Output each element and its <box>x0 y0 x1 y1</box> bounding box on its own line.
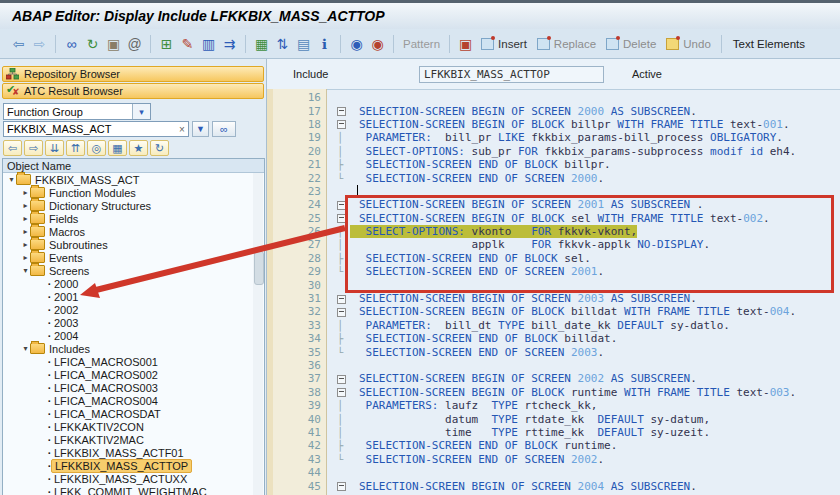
atc-result-browser-bar[interactable]: ✔✘ ATC Result Browser <box>2 83 264 99</box>
fold-marker-icon[interactable] <box>331 387 359 398</box>
undo-button[interactable]: Undo <box>666 38 711 50</box>
tree-item-lfkkaktiv2con[interactable]: ·LFKKAKTIV2CON <box>3 420 264 433</box>
tree-expand-icon[interactable]: ▾ <box>21 266 30 275</box>
display-change-icon[interactable]: ∞ <box>62 34 81 53</box>
code-area[interactable]: 1617SELECTION-SCREEN BEGIN OF SCREEN 200… <box>267 89 840 495</box>
tree-item-lfkk-commit-weightmac[interactable]: ·LFKK_COMMIT_WEIGHTMAC <box>3 485 264 495</box>
fold-box-icon[interactable] <box>337 388 346 397</box>
fold-box-icon[interactable] <box>337 482 346 491</box>
line-number[interactable]: 43 <box>267 453 331 466</box>
code-line-31[interactable]: 31SELECTION-SCREEN BEGIN OF SCREEN 2003 … <box>267 292 840 305</box>
pattern-button[interactable]: Pattern <box>403 38 440 50</box>
tree-expand-icon[interactable]: ▾ <box>7 175 16 184</box>
tree-item-subroutines[interactable]: ▸Subroutines <box>3 238 264 251</box>
code-line-41[interactable]: 41│ time TYPE rttime_kk DEFAULT sy-uzeit… <box>267 426 840 439</box>
tree-expand-icon[interactable]: ▸ <box>21 253 30 262</box>
code-line-38[interactable]: 38SELECTION-SCREEN BEGIN OF BLOCK runtim… <box>267 386 840 399</box>
code-line-43[interactable]: 43└ SELECTION-SCREEN END OF SCREEN 2002. <box>267 453 840 466</box>
forward-icon[interactable]: ⇨ <box>30 34 49 53</box>
object-type-select[interactable]: Function Group ▾ <box>3 103 151 120</box>
fold-box-icon[interactable] <box>337 201 346 210</box>
code-line-39[interactable]: 39│ PARAMETERS: laufz TYPE rtcheck_kk, <box>267 399 840 412</box>
code-line-36[interactable]: 36 <box>267 359 840 372</box>
copy-icon[interactable]: ▣ <box>104 34 123 53</box>
where-used-icon[interactable]: ⊞ <box>157 34 176 53</box>
navigate-icon[interactable]: ⇉ <box>220 34 239 53</box>
line-number[interactable]: 34 <box>267 332 331 345</box>
chevron-down-icon[interactable]: ▾ <box>132 104 150 119</box>
code-line-19[interactable]: 19│ PARAMETER: bill_pr LIKE fkkbix_param… <box>267 131 840 144</box>
code-line-20[interactable]: 20│ SELECT-OPTIONS: sub_pr FOR fkkbix_pa… <box>267 145 840 158</box>
tree-item-includes[interactable]: ▾Includes <box>3 342 264 355</box>
modify-screen-icon[interactable]: ▣ <box>456 34 475 53</box>
repository-browser-bar[interactable]: Repository Browser <box>2 66 264 82</box>
line-number[interactable]: 44 <box>267 466 331 479</box>
tree-item-lfica-macros001[interactable]: ·LFICA_MACROS001 <box>3 355 264 368</box>
line-number[interactable]: 45 <box>267 480 331 493</box>
table-view-icon[interactable]: ▤ <box>294 34 313 53</box>
fold-box-icon[interactable] <box>337 214 346 223</box>
refresh-icon[interactable]: ↻ <box>83 34 102 53</box>
tree-expand-icon[interactable]: ▸ <box>21 201 30 210</box>
tree-item-macros[interactable]: ▸Macros <box>3 225 264 238</box>
tree-item-lfica-macrosdat[interactable]: ·LFICA_MACROSDAT <box>3 407 264 420</box>
tree-item-lfica-macros004[interactable]: ·LFICA_MACROS004 <box>3 394 264 407</box>
code-line-45[interactable]: 45SELECTION-SCREEN BEGIN OF SCREEN 2004 … <box>267 479 840 492</box>
tree-item-fkkbix-mass-act[interactable]: ▾FKKBIX_MASS_ACT <box>3 173 264 186</box>
line-number[interactable]: 29 <box>267 265 331 278</box>
fold-marker-icon[interactable] <box>331 213 359 224</box>
replace-button[interactable]: Replace <box>537 38 596 50</box>
tree-item-lfkkbix-mass-actf01[interactable]: ·LFKKBIX_MASS_ACTF01 <box>3 446 264 459</box>
code-line-21[interactable]: 21├ SELECTION-SCREEN END OF BLOCK billpr… <box>267 158 840 171</box>
modification-icon[interactable]: ◉ <box>368 34 387 53</box>
tree-expand-icon[interactable]: ▸ <box>21 240 30 249</box>
history-dropdown-icon[interactable]: ▼ <box>192 121 209 137</box>
line-number[interactable]: 20 <box>267 145 331 158</box>
tree-item-2002[interactable]: ·2002 <box>3 303 264 316</box>
tree-scrollbar-thumb[interactable] <box>254 251 264 285</box>
text-elements-button[interactable]: Text Elements <box>733 38 805 50</box>
tree-item-fields[interactable]: ▸Fields <box>3 212 264 225</box>
line-number[interactable]: 22 <box>267 172 331 185</box>
delete-button[interactable]: Delete <box>606 38 656 50</box>
tree-item-lfkkbix-mass-actuxx[interactable]: ·LFKKBIX_MASS_ACTUXX <box>3 472 264 485</box>
include-name-field[interactable]: LFKKBIX_MASS_ACTTOP <box>419 66 604 83</box>
tree-item-2000[interactable]: ·2000 <box>3 277 264 290</box>
object-list-icon[interactable]: ▦ <box>108 140 127 156</box>
tree-item-screens[interactable]: ▾Screens <box>3 264 264 277</box>
fold-box-icon[interactable] <box>337 107 346 116</box>
check-icon[interactable]: ▥ <box>199 34 218 53</box>
code-line-26[interactable]: 26│ SELECT-OPTIONS: vkonto FOR fkkvk-vko… <box>267 225 840 238</box>
line-number[interactable]: 25 <box>267 212 331 225</box>
fold-box-icon[interactable] <box>337 120 346 129</box>
tree-item-dictionary-structures[interactable]: ▸Dictionary Structures <box>3 199 264 212</box>
expand-all-icon[interactable]: ⇊ <box>45 140 64 156</box>
code-line-25[interactable]: 25SELECTION-SCREEN BEGIN OF BLOCK sel WI… <box>267 212 840 225</box>
refresh-tree-icon[interactable]: ↻ <box>150 140 169 156</box>
tree-item-events[interactable]: ▸Events <box>3 251 264 264</box>
fold-box-icon[interactable] <box>337 375 346 384</box>
pretty-printer-icon[interactable]: ✎ <box>178 34 197 53</box>
line-number[interactable]: 36 <box>267 359 331 372</box>
code-line-24[interactable]: 24SELECTION-SCREEN BEGIN OF SCREEN 2001 … <box>267 198 840 211</box>
code-line-17[interactable]: 17SELECTION-SCREEN BEGIN OF SCREEN 2000 … <box>267 104 840 117</box>
fold-box-icon[interactable] <box>337 308 346 317</box>
line-number[interactable]: 26 <box>267 225 331 238</box>
code-line-34[interactable]: 34├ SELECTION-SCREEN END OF BLOCK billda… <box>267 332 840 345</box>
tree-forward-icon[interactable]: ⇨ <box>24 140 43 156</box>
tree-expand-icon[interactable]: ▸ <box>21 188 30 197</box>
tree-item-function-modules[interactable]: ▸Function Modules <box>3 186 264 199</box>
line-number[interactable]: 37 <box>267 372 331 385</box>
tree-item-2003[interactable]: ·2003 <box>3 316 264 329</box>
fold-box-icon[interactable] <box>337 295 346 304</box>
code-line-27[interactable]: 27│ applk FOR fkkvk-applk NO-DISPLAY. <box>267 238 840 251</box>
line-number[interactable]: 35 <box>267 346 331 359</box>
object-name-input[interactable] <box>4 122 176 136</box>
tree-item-2001[interactable]: ·2001 <box>3 290 264 303</box>
code-line-29[interactable]: 29└ SELECTION-SCREEN END OF SCREEN 2001. <box>267 265 840 278</box>
tree-item-lfkkbix-mass-acttop[interactable]: ·LFKKBIX_MASS_ACTTOP <box>3 459 264 472</box>
line-number[interactable]: 32 <box>267 305 331 318</box>
code-line-42[interactable]: 42├ SELECTION-SCREEN END OF BLOCK runtim… <box>267 439 840 452</box>
code-line-33[interactable]: 33│ PARAMETER: bill_dt TYPE bill_date_kk… <box>267 319 840 332</box>
favorites-icon[interactable]: ★ <box>129 140 148 156</box>
